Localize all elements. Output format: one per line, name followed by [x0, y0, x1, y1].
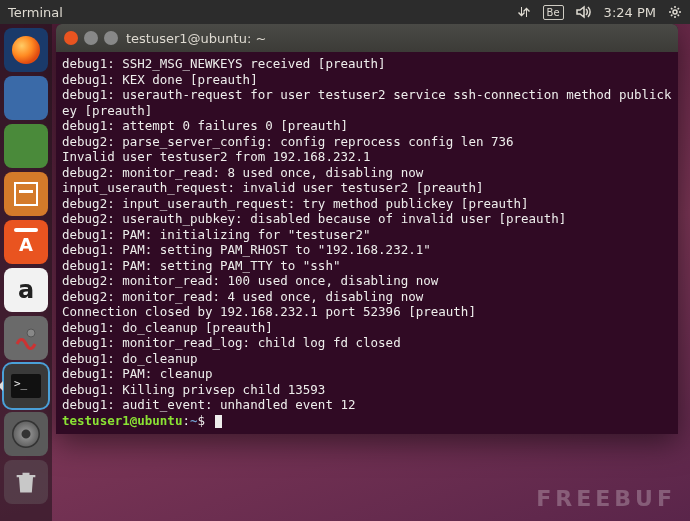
terminal-line: debug1: KEX done [preauth] [62, 72, 672, 88]
terminal-line: Invalid user testuser2 from 192.168.232.… [62, 149, 672, 165]
terminal-line: debug1: Killing privsep child 13593 [62, 382, 672, 398]
watermark: FREEBUF [536, 486, 676, 511]
terminal-line: Connection closed by 192.168.232.1 port … [62, 304, 672, 320]
launcher-software[interactable]: A [4, 220, 48, 264]
terminal-line: debug1: monitor_read_log: child log fd c… [62, 335, 672, 351]
terminal-window: testuser1@ubuntu: ~ debug1: SSH2_MSG_NEW… [56, 24, 678, 434]
minimize-button[interactable] [84, 31, 98, 45]
launcher-amazon[interactable]: a [4, 268, 48, 312]
terminal-line: debug1: do_cleanup [preauth] [62, 320, 672, 336]
launcher-disk[interactable] [4, 412, 48, 456]
terminal-line: debug1: PAM: setting PAM_TTY to "ssh" [62, 258, 672, 274]
keyboard-indicator[interactable]: Be [543, 5, 564, 20]
terminal-line: debug2: monitor_read: 8 used once, disab… [62, 165, 672, 181]
cursor [215, 415, 222, 428]
maximize-button[interactable] [104, 31, 118, 45]
launcher-impress[interactable] [4, 172, 48, 216]
terminal-line: debug1: do_cleanup [62, 351, 672, 367]
terminal-output[interactable]: debug1: SSH2_MSG_NEWKEYS received [preau… [56, 52, 678, 432]
launcher-calc[interactable] [4, 124, 48, 168]
terminal-prompt[interactable]: testuser1@ubuntu:~$ [62, 413, 672, 429]
clock[interactable]: 3:24 PM [604, 5, 656, 20]
svg-point-0 [673, 10, 677, 14]
terminal-line: debug2: monitor_read: 4 used once, disab… [62, 289, 672, 305]
gear-icon[interactable] [668, 5, 682, 19]
launcher-firefox[interactable] [4, 28, 48, 72]
launcher-terminal[interactable]: >_ [4, 364, 48, 408]
terminal-line: debug1: PAM: setting PAM_RHOST to "192.1… [62, 242, 672, 258]
terminal-line: debug1: SSH2_MSG_NEWKEYS received [preau… [62, 56, 672, 72]
terminal-line: debug2: monitor_read: 100 used once, dis… [62, 273, 672, 289]
terminal-line: debug1: PAM: cleanup [62, 366, 672, 382]
terminal-line: debug1: attempt 0 failures 0 [preauth] [62, 118, 672, 134]
window-controls [64, 31, 118, 45]
sound-icon[interactable] [576, 5, 592, 19]
unity-launcher: A a >_ [0, 24, 52, 521]
launcher-settings[interactable] [4, 316, 48, 360]
window-titlebar[interactable]: testuser1@ubuntu: ~ [56, 24, 678, 52]
network-icon[interactable] [517, 5, 531, 19]
terminal-line: input_userauth_request: invalid user tes… [62, 180, 672, 196]
active-app-title: Terminal [8, 5, 63, 20]
terminal-line: debug2: userauth_pubkey: disabled becaus… [62, 211, 672, 227]
close-button[interactable] [64, 31, 78, 45]
terminal-line: debug1: audit_event: unhandled event 12 [62, 397, 672, 413]
terminal-line: debug1: userauth-request for user testus… [62, 87, 672, 118]
top-menu-bar: Terminal Be 3:24 PM [0, 0, 690, 24]
terminal-line: debug2: input_userauth_request: try meth… [62, 196, 672, 212]
terminal-line: debug2: parse_server_config: config repr… [62, 134, 672, 150]
launcher-writer[interactable] [4, 76, 48, 120]
system-indicators: Be 3:24 PM [517, 5, 682, 20]
svg-point-1 [27, 329, 35, 337]
launcher-trash[interactable] [4, 460, 48, 504]
terminal-line: debug1: PAM: initializing for "testuser2… [62, 227, 672, 243]
window-title: testuser1@ubuntu: ~ [126, 31, 266, 46]
